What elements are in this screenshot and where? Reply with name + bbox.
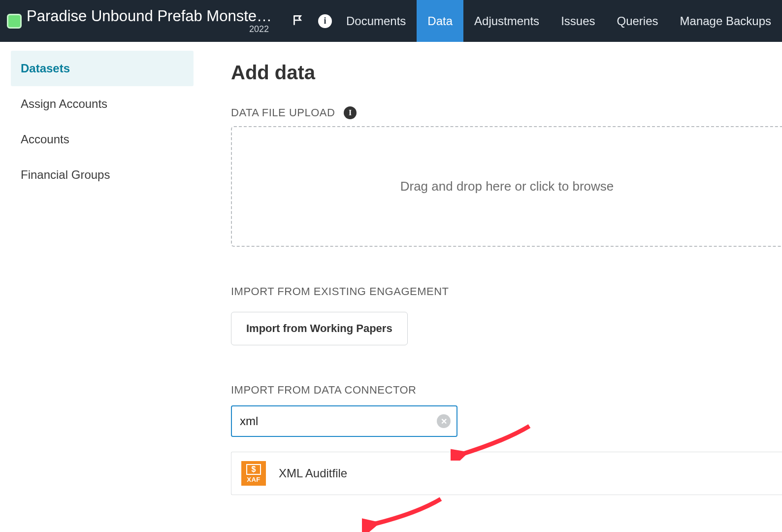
- dropzone-text: Drag and drop here or click to browse: [400, 179, 614, 194]
- sidebar-item-assign-accounts[interactable]: Assign Accounts: [11, 86, 194, 122]
- nav-issues[interactable]: Issues: [550, 0, 606, 42]
- nav-label: Adjustments: [474, 14, 539, 28]
- flag-icon[interactable]: [292, 14, 304, 29]
- connector-search: ✕: [231, 405, 457, 437]
- engagement-title-block: Paradise Unbound Prefab Monste… 2022: [27, 7, 272, 34]
- file-drop-zone[interactable]: Drag and drop here or click to browse: [231, 126, 782, 247]
- nav-queries[interactable]: Queries: [606, 0, 669, 42]
- section-label-text: DATA FILE UPLOAD: [231, 106, 335, 119]
- sidebar-item-accounts[interactable]: Accounts: [11, 122, 194, 157]
- annotation-arrow-icon: [362, 494, 446, 532]
- xaf-file-icon: $ XAF: [241, 461, 266, 486]
- section-label-import: IMPORT FROM EXISTING ENGAGEMENT: [231, 285, 782, 298]
- clear-search-icon[interactable]: ✕: [437, 414, 451, 428]
- app-body: Datasets Assign Accounts Accounts Financ…: [0, 42, 782, 532]
- sidebar-item-label: Datasets: [21, 62, 70, 75]
- section-label-upload: DATA FILE UPLOAD i: [231, 106, 782, 119]
- connector-search-input[interactable]: [231, 405, 457, 437]
- nav-label: Manage Backups: [680, 14, 771, 28]
- nav-manage-backups[interactable]: Manage Backups: [669, 0, 782, 42]
- sidebar-item-label: Assign Accounts: [21, 97, 107, 110]
- import-engagement-section: IMPORT FROM EXISTING ENGAGEMENT Import f…: [231, 285, 782, 345]
- data-connector-section: IMPORT FROM DATA CONNECTOR ✕ $ XAF XML A…: [231, 384, 782, 495]
- engagement-status-icon: [7, 14, 22, 29]
- section-label-connector: IMPORT FROM DATA CONNECTOR: [231, 384, 782, 397]
- connector-result-label: XML Auditfile: [279, 466, 347, 480]
- info-icon[interactable]: i: [344, 106, 357, 119]
- import-working-papers-button[interactable]: Import from Working Papers: [231, 312, 408, 345]
- sidebar-item-datasets[interactable]: Datasets: [11, 51, 194, 86]
- engagement-year: 2022: [249, 24, 269, 34]
- nav-documents[interactable]: Documents: [335, 0, 417, 42]
- xaf-icon-top: $: [246, 464, 261, 475]
- nav-adjustments[interactable]: Adjustments: [463, 0, 550, 42]
- engagement-identity[interactable]: Paradise Unbound Prefab Monste… 2022: [0, 0, 272, 42]
- nav-label: Data: [427, 14, 453, 28]
- sidebar: Datasets Assign Accounts Accounts Financ…: [0, 42, 204, 532]
- nav-label: Issues: [561, 14, 595, 28]
- sidebar-item-label: Accounts: [21, 133, 69, 146]
- nav-label: Queries: [617, 14, 658, 28]
- nav-label: Documents: [346, 14, 406, 28]
- page-title: Add data: [231, 62, 782, 84]
- info-icon[interactable]: i: [318, 14, 332, 28]
- engagement-title: Paradise Unbound Prefab Monste…: [27, 7, 272, 25]
- connector-result-xml-auditfile[interactable]: $ XAF XML Auditfile: [231, 452, 782, 495]
- sidebar-item-label: Financial Groups: [21, 168, 110, 181]
- main-content: Add data DATA FILE UPLOAD i Drag and dro…: [204, 42, 782, 532]
- sidebar-item-financial-groups[interactable]: Financial Groups: [11, 157, 194, 193]
- xaf-icon-bottom: XAF: [247, 476, 261, 483]
- section-label-text: IMPORT FROM DATA CONNECTOR: [231, 384, 416, 397]
- section-label-text: IMPORT FROM EXISTING ENGAGEMENT: [231, 285, 449, 298]
- top-nav: Documents Data Adjustments Issues Querie…: [335, 0, 782, 42]
- header-icons: i: [292, 14, 332, 29]
- app-header: Paradise Unbound Prefab Monste… 2022 i D…: [0, 0, 782, 42]
- nav-data[interactable]: Data: [417, 0, 463, 42]
